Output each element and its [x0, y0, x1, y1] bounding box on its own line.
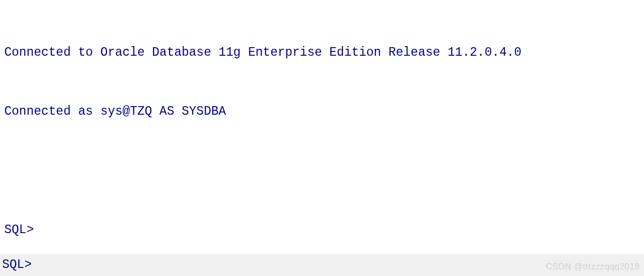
sql-terminal-output: Connected to Oracle Database 11g Enterpr…	[4, 3, 644, 276]
connection-user-line: Connected as sys@TZQ AS SYSDBA	[4, 102, 644, 122]
connection-banner-line: Connected to Oracle Database 11g Enterpr…	[4, 43, 644, 63]
sql-prompt-empty: SQL>	[4, 220, 644, 240]
blank-line	[4, 161, 644, 181]
watermark-text: CSDN @tttzzzqqq2018	[546, 260, 640, 274]
